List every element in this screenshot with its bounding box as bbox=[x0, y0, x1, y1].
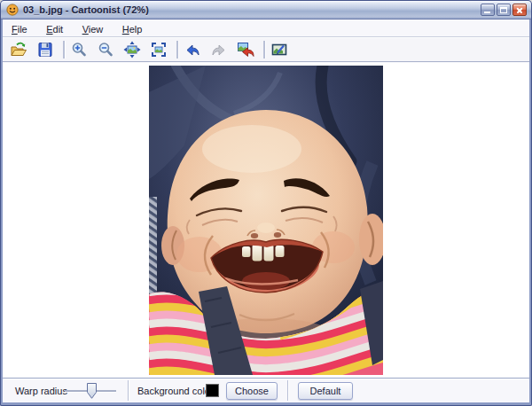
actual-size-button[interactable] bbox=[147, 39, 170, 60]
window-content: File Edit View Help bbox=[3, 20, 529, 402]
redo-icon bbox=[210, 41, 228, 59]
background-color-swatch bbox=[206, 384, 219, 397]
default-button[interactable]: Default bbox=[298, 382, 353, 400]
choose-color-button[interactable]: Choose bbox=[226, 382, 278, 400]
zoom-in-icon bbox=[70, 41, 88, 59]
app-window: 03_b.jpg - Cartoonist (72%) File Edit Vi… bbox=[0, 0, 532, 406]
save-floppy-icon bbox=[36, 41, 54, 59]
revert-image-icon bbox=[237, 41, 254, 59]
fit-to-window-button[interactable] bbox=[121, 39, 144, 60]
menu-view[interactable]: View bbox=[77, 22, 109, 36]
toolbar bbox=[3, 36, 529, 62]
undo-button[interactable] bbox=[181, 39, 204, 60]
menu-help[interactable]: Help bbox=[117, 22, 148, 36]
image-canvas bbox=[3, 63, 529, 378]
menu-edit[interactable]: Edit bbox=[41, 22, 68, 36]
menubar: File Edit View Help bbox=[3, 20, 529, 36]
maximize-button[interactable] bbox=[497, 4, 511, 16]
window-title: 03_b.jpg - Cartoonist (72%) bbox=[23, 4, 149, 15]
close-button[interactable] bbox=[512, 4, 527, 16]
photo-canvas[interactable] bbox=[149, 66, 383, 375]
toolbar-separator bbox=[263, 41, 265, 59]
redo-button[interactable] bbox=[207, 39, 231, 60]
fit-to-window-icon bbox=[123, 41, 141, 59]
open-folder-icon bbox=[10, 41, 27, 59]
bottom-bar-separator bbox=[128, 380, 129, 401]
cartoonize-icon bbox=[270, 41, 288, 59]
toolbar-separator bbox=[63, 41, 65, 59]
bottom-control-bar: Warp radius Background color Choose Defa… bbox=[3, 378, 529, 402]
revert-image-button[interactable] bbox=[234, 39, 257, 60]
warp-radius-slider-thumb[interactable] bbox=[87, 383, 97, 399]
cartoonize-button[interactable] bbox=[268, 39, 291, 60]
save-button[interactable] bbox=[34, 39, 57, 60]
zoom-out-button[interactable] bbox=[94, 39, 117, 60]
bottom-bar-separator bbox=[287, 380, 288, 401]
warp-radius-label: Warp radius bbox=[15, 379, 67, 402]
menu-file[interactable]: File bbox=[6, 22, 33, 36]
app-smiley-icon bbox=[6, 4, 19, 16]
maximize-icon bbox=[500, 7, 507, 13]
zoom-out-icon bbox=[97, 41, 114, 59]
toolbar-separator bbox=[176, 41, 178, 59]
undo-icon bbox=[184, 41, 201, 59]
background-color-label: Background color bbox=[137, 379, 214, 402]
titlebar[interactable]: 03_b.jpg - Cartoonist (72%) bbox=[1, 1, 531, 20]
actual-size-icon bbox=[150, 41, 168, 59]
open-button[interactable] bbox=[7, 39, 30, 60]
zoom-in-button[interactable] bbox=[67, 39, 90, 60]
minimize-button[interactable] bbox=[481, 4, 495, 16]
minimize-icon bbox=[484, 12, 490, 13]
